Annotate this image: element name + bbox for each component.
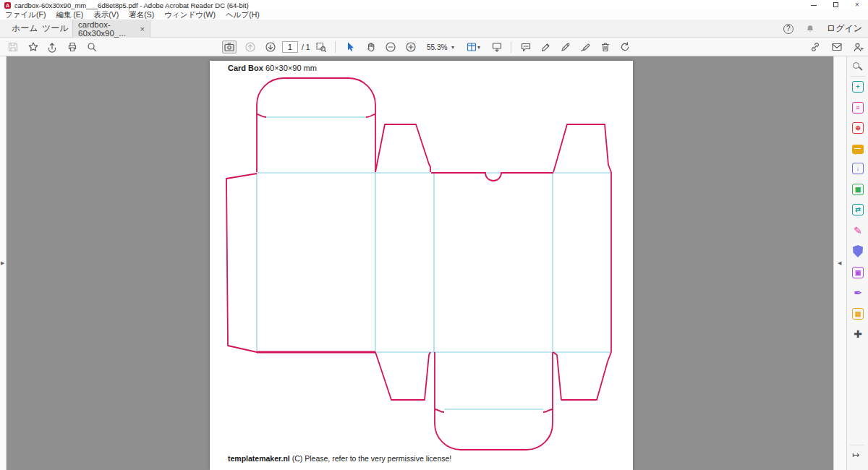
main-area: ▶ Card Box 60×30×90 mm xyxy=(0,56,868,470)
right-panel-strip[interactable]: ◀ xyxy=(833,56,846,470)
page-up-icon xyxy=(244,41,256,53)
menu-edit[interactable]: 編集 (E) xyxy=(56,10,83,20)
menu-view[interactable]: 表示(V) xyxy=(93,10,119,20)
more-tools-icon[interactable]: ✚ xyxy=(852,328,864,340)
restore-icon xyxy=(833,2,838,7)
page-footer-rest: (C) Please, refer to the very permissive… xyxy=(290,454,452,463)
menu-window[interactable]: ウィンドウ(W) xyxy=(164,10,216,20)
create-pdf-icon[interactable]: + xyxy=(852,81,864,93)
help-button[interactable]: ? xyxy=(783,24,793,34)
pdf-page: Card Box 60×30×90 mm xyxy=(210,61,633,470)
email-button[interactable] xyxy=(830,40,844,54)
notifications-bell-icon[interactable] xyxy=(805,24,815,34)
compress-pdf-icon[interactable]: ▣ xyxy=(852,267,864,278)
protect-pdf-icon[interactable] xyxy=(853,245,863,257)
open-pane-icon[interactable]: ↦ xyxy=(852,450,859,460)
read-mode-icon xyxy=(491,41,503,53)
trash-icon xyxy=(600,41,611,53)
page-number-input[interactable]: 1 xyxy=(282,41,298,53)
share-icon xyxy=(46,41,58,53)
tab-close-icon[interactable]: × xyxy=(140,25,145,33)
select-tool-button[interactable] xyxy=(343,40,357,54)
left-panel-strip[interactable]: ▶ xyxy=(0,56,7,470)
search-handle xyxy=(859,67,862,70)
print-button[interactable] xyxy=(65,40,80,54)
zoom-level-dropdown[interactable]: 55.3% ▾ xyxy=(424,41,457,53)
edit-pdf-icon[interactable]: ✎ xyxy=(852,225,864,236)
scan-ocr-icon[interactable]: ▦ xyxy=(852,184,864,195)
signature-pen-icon xyxy=(579,41,591,53)
share-people-button[interactable] xyxy=(851,40,865,54)
save-icon xyxy=(7,41,19,53)
select-arrow-icon xyxy=(344,41,356,53)
minimize-button[interactable] xyxy=(803,0,825,10)
main-toolbar: 1 / 1 55.3% ▾ ▾ xyxy=(0,38,868,56)
menu-bar: ファイル(F) 編集 (E) 表示(V) 署名(S) ウィンドウ(W) ヘルプ(… xyxy=(0,10,868,20)
fill-sign-button[interactable] xyxy=(558,40,573,54)
zoom-level-value: 55.3% xyxy=(427,43,447,51)
save-button[interactable] xyxy=(6,40,20,54)
tab-document[interactable]: cardbox-60x30x90_... × xyxy=(72,20,150,38)
page-count-label: / 1 xyxy=(302,43,310,51)
tab-tools[interactable]: ツール xyxy=(38,20,73,38)
menu-help[interactable]: ヘルプ(H) xyxy=(226,10,260,20)
zoom-out-button[interactable] xyxy=(383,40,398,54)
highlighter-icon xyxy=(540,41,552,53)
acrobat-app-icon: A xyxy=(4,2,11,9)
convert-pdf-icon[interactable]: ⇄ xyxy=(852,204,864,215)
snapshot-tool-button[interactable] xyxy=(222,40,237,54)
page-down-icon xyxy=(265,41,276,53)
fountain-pen-icon xyxy=(560,41,571,53)
star-button[interactable] xyxy=(26,40,41,54)
find-button[interactable] xyxy=(85,40,99,54)
comment-tool-icon[interactable] xyxy=(852,145,864,154)
box-dieline-drawing xyxy=(210,61,633,470)
tab-document-label: cardbox-60x30x90_... xyxy=(78,20,137,38)
camera-icon xyxy=(224,41,235,53)
menu-file[interactable]: ファイル(F) xyxy=(5,10,46,20)
close-button[interactable]: × xyxy=(846,0,868,10)
menu-sign[interactable]: 署名(S) xyxy=(129,10,154,20)
marquee-zoom-icon xyxy=(315,41,327,53)
collapse-right-panel-icon[interactable]: ◀ xyxy=(838,260,841,266)
sidebar-divider xyxy=(850,76,866,77)
share-file-icon[interactable]: ↓ xyxy=(852,163,864,174)
refresh-button[interactable] xyxy=(618,40,632,54)
sidebar-search-icon[interactable] xyxy=(853,62,862,72)
zoom-in-button[interactable] xyxy=(404,40,418,54)
zoom-in-icon xyxy=(405,41,417,53)
link-icon xyxy=(809,41,821,53)
refresh-icon xyxy=(619,41,631,53)
hand-tool-button[interactable] xyxy=(364,40,378,54)
share-link-button[interactable] xyxy=(808,40,822,54)
read-mode-button[interactable] xyxy=(490,40,504,54)
next-page-button[interactable] xyxy=(263,40,278,54)
sidebar-tools: +≡⊕↓▦⇄✎▣✒▤✚ xyxy=(847,81,868,340)
printer-icon xyxy=(67,41,78,53)
comment-button[interactable] xyxy=(519,40,533,54)
window-title-bar: A cardbox-60x30x90_mm___6d8et8p5.pdf - A… xyxy=(0,0,868,10)
chevron-down-icon: ▾ xyxy=(477,44,480,51)
login-button[interactable]: ログイン xyxy=(827,22,862,35)
share-document-button[interactable] xyxy=(45,40,59,54)
hand-icon xyxy=(365,41,377,53)
window-title: cardbox-60x30x90_mm___6d8et8p5.pdf - Ado… xyxy=(14,1,249,9)
delete-button[interactable] xyxy=(598,40,613,54)
expand-left-panel-icon[interactable]: ▶ xyxy=(1,260,4,266)
restore-button[interactable] xyxy=(825,0,846,10)
request-signatures-button[interactable] xyxy=(578,40,592,54)
organize-pages-icon[interactable]: ≡ xyxy=(852,102,864,114)
marquee-zoom-button[interactable] xyxy=(314,40,328,54)
export-pdf-icon[interactable]: ⊕ xyxy=(852,122,864,134)
person-add-icon xyxy=(852,41,864,53)
page-display-button[interactable]: ▾ xyxy=(463,40,483,54)
search-icon xyxy=(86,41,98,53)
highlight-button[interactable] xyxy=(539,40,553,54)
previous-page-button[interactable] xyxy=(243,40,258,54)
fill-sign-icon[interactable]: ✒ xyxy=(852,287,864,299)
zoom-out-icon xyxy=(385,41,396,53)
prepare-form-icon[interactable]: ▤ xyxy=(852,308,864,320)
tab-bar: ホーム ツール cardbox-60x30x90_... × ? ログイン xyxy=(0,20,868,38)
tools-sidebar: +≡⊕↓▦⇄✎▣✒▤✚ ↦ xyxy=(846,56,868,470)
envelope-icon xyxy=(831,41,843,53)
